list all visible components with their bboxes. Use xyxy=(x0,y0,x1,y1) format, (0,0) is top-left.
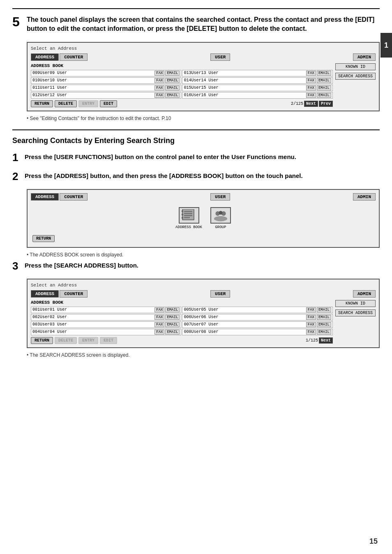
tab-address-1[interactable]: ADDRESS xyxy=(31,53,59,61)
svg-rect-1 xyxy=(184,211,192,212)
page-nav-1: 2/125 Next Prev xyxy=(291,101,333,107)
group-icon xyxy=(210,207,231,224)
addr-row-5[interactable]: 013User13 User FAX EMAIL xyxy=(182,70,333,76)
known-id-btn-1[interactable]: KNOWN ID xyxy=(335,63,376,70)
svg-rect-6 xyxy=(182,214,183,215)
note1: • See "Editing Contacts" for the instruc… xyxy=(27,115,380,121)
tab-admin-2[interactable]: ADMIN xyxy=(353,193,376,201)
addr-row-s4[interactable]: 004User04 User FAX EMAIL xyxy=(31,329,181,335)
tab-spacer-1 xyxy=(88,53,210,61)
step1-section: 1 Press the [USER FUNCTIONS] button on t… xyxy=(12,151,380,164)
tab-spacer-5 xyxy=(88,290,210,298)
tab-user-2[interactable]: USER xyxy=(210,193,230,201)
addr-row-s5[interactable]: 005User05 User FAX EMAIL xyxy=(182,307,333,313)
screen1-mockup: Select an Address ADDRESS COUNTER USER A… xyxy=(27,42,380,111)
tab-counter-3[interactable]: COUNTER xyxy=(60,290,88,298)
icon-area: ADDRESS BOOK GROUP xyxy=(31,203,376,233)
section-divider xyxy=(12,129,380,130)
tab-spacer-6 xyxy=(231,290,352,298)
tab-admin-1[interactable]: ADMIN xyxy=(353,53,376,61)
addr-row-s8[interactable]: 008User08 User FAX EMAIL xyxy=(182,329,333,335)
note2: • The ADDRESS BOOK screen is displayed. xyxy=(27,252,380,258)
svg-point-11 xyxy=(219,211,222,215)
svg-rect-5 xyxy=(182,210,183,212)
addr-row-8[interactable]: 016User16 User FAX EMAIL xyxy=(182,92,333,99)
screen1-bottom-bar: RETURN DELETE ENTRY EDIT 2/125 Next Prev xyxy=(31,100,333,107)
address-grid-3: 001User01 User FAX EMAIL 002User02 User … xyxy=(31,307,333,335)
addr-row-7[interactable]: 015User15 User FAX EMAIL xyxy=(182,85,333,91)
tab-user-1[interactable]: USER xyxy=(210,53,230,61)
return-btn-3[interactable]: RETURN xyxy=(31,337,53,344)
delete-btn-3[interactable]: DELETE xyxy=(55,337,77,344)
return-btn-1[interactable]: RETURN xyxy=(31,100,53,107)
prev-btn-1[interactable]: Prev xyxy=(319,101,333,107)
delete-btn-1[interactable]: DELETE xyxy=(55,100,77,107)
section-heading: Searching Contacts by Entering Search St… xyxy=(12,136,380,145)
svg-rect-0 xyxy=(182,209,194,220)
next-btn-1[interactable]: Next xyxy=(304,101,318,107)
addr-row-s1[interactable]: 001User01 User FAX EMAIL xyxy=(31,307,181,313)
addr-row-s6[interactable]: 006User06 User FAX EMAIL xyxy=(182,314,333,321)
tab-counter-1[interactable]: COUNTER xyxy=(60,53,88,61)
tab-spacer-3 xyxy=(88,193,210,201)
svg-rect-2 xyxy=(184,213,192,214)
search-addr-btn-1[interactable]: SEARCH ADDRESS xyxy=(335,73,376,80)
address-book-label-3: ADDRESS BOOK xyxy=(31,300,333,305)
svg-point-10 xyxy=(214,216,227,222)
tab-spacer-4 xyxy=(231,193,352,201)
screen3-tab-bar: ADDRESS COUNTER USER ADMIN xyxy=(31,290,376,298)
entry-btn-3[interactable]: ENTRY xyxy=(78,337,98,344)
step3-section: 3 Press the [SEARCH ADDRESS] button. xyxy=(12,260,380,272)
step2-section: 2 Press the [ADDRESS] button, and then p… xyxy=(12,170,380,183)
page-nav-3: 1/125 Next xyxy=(306,337,333,344)
addr-row-s3[interactable]: 003User03 User FAX EMAIL xyxy=(31,321,181,328)
known-id-btn-3[interactable]: KNOWN ID xyxy=(335,300,376,307)
edit-btn-1[interactable]: EDIT xyxy=(100,100,117,107)
addr-row-2[interactable]: 010User10 User FAX EMAIL xyxy=(31,77,181,84)
address-book-label-1: ADDRESS BOOK xyxy=(31,63,333,68)
addr-row-3[interactable]: 011User11 User FAX EMAIL xyxy=(31,85,181,91)
next-btn-3[interactable]: Next xyxy=(319,337,333,344)
screen3-bottom-bar: RETURN DELETE ENTRY EDIT 1/125 Next xyxy=(31,337,333,344)
step5-section: 5 The touch panel displays the screen th… xyxy=(12,8,380,34)
svg-rect-7 xyxy=(182,217,183,219)
step1-number: 1 xyxy=(12,151,25,164)
search-addr-btn-3[interactable]: SEARCH ADDRESS xyxy=(335,309,376,316)
tab-user-3[interactable]: USER xyxy=(210,290,230,298)
entry-btn-1[interactable]: ENTRY xyxy=(78,100,98,107)
note3: • The SEARCH ADDRESS screen is displayed… xyxy=(27,352,380,358)
address-book-label-2: ADDRESS BOOK xyxy=(175,225,202,229)
addr-row-4[interactable]: 012User12 User FAX EMAIL xyxy=(31,92,181,99)
address-book-icon xyxy=(179,207,199,224)
address-book-icon-box[interactable]: ADDRESS BOOK xyxy=(175,207,202,229)
addr-row-6[interactable]: 014User14 User FAX EMAIL xyxy=(182,77,333,84)
addr-row-1[interactable]: 009User09 User FAX EMAIL xyxy=(31,70,181,76)
step3-text: Press the [SEARCH ADDRESS] button. xyxy=(25,260,138,272)
tab-admin-3[interactable]: ADMIN xyxy=(353,290,376,298)
group-icon-box[interactable]: GROUP xyxy=(210,207,231,229)
addr-row-s2[interactable]: 002User02 User FAX EMAIL xyxy=(31,314,181,321)
screen3-title: Select an Address xyxy=(31,283,376,288)
step2-number: 2 xyxy=(12,170,25,183)
step1-text: Press the [USER FUNCTIONS] button on the… xyxy=(25,151,296,164)
step3-number: 3 xyxy=(12,260,25,272)
step5-number: 5 xyxy=(12,15,27,34)
address-grid-1: 009User09 User FAX EMAIL 010User10 User … xyxy=(31,70,333,99)
screen3-mockup: Select an Address ADDRESS COUNTER USER A… xyxy=(27,279,380,348)
step2-text: Press the [ADDRESS] button, and then pre… xyxy=(25,170,303,183)
svg-rect-4 xyxy=(184,217,190,218)
svg-rect-3 xyxy=(184,215,192,216)
chapter-number: 1 xyxy=(380,33,392,58)
return-btn-2[interactable]: RETURN xyxy=(32,235,55,242)
page-container: 1 5 The touch panel displays the screen … xyxy=(0,0,392,554)
tab-address-2[interactable]: ADDRESS xyxy=(31,193,59,201)
page-number: 15 xyxy=(369,537,378,546)
tab-spacer-2 xyxy=(231,53,352,61)
screen1-title: Select an Address xyxy=(31,46,376,51)
screen2-mockup: ADDRESS COUNTER USER ADMIN xyxy=(27,189,380,248)
edit-btn-3[interactable]: EDIT xyxy=(100,337,117,344)
tab-address-3[interactable]: ADDRESS xyxy=(31,290,59,298)
addr-row-s7[interactable]: 007User07 User FAX EMAIL xyxy=(182,321,333,328)
tab-counter-2[interactable]: COUNTER xyxy=(60,193,88,201)
screen1-tab-bar: ADDRESS COUNTER USER ADMIN xyxy=(31,53,376,61)
